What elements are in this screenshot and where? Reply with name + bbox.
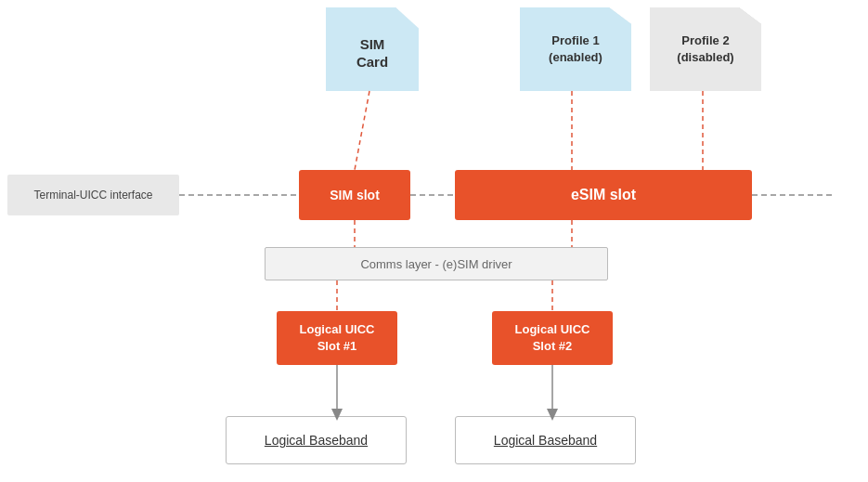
profile1-label: Profile 1(enabled) (549, 33, 602, 66)
logical-uicc-slot2-label: Logical UICCSlot #2 (515, 321, 590, 355)
profile2-box: Profile 2(disabled) (650, 7, 761, 91)
sim-card-label: SIM Card (356, 35, 388, 72)
profile1-box: Profile 1(enabled) (520, 7, 631, 91)
comms-layer-label: Comms layer - (e)SIM driver (360, 257, 512, 271)
diagram: SIM Card Profile 1(enabled) Profile 2(di… (0, 0, 868, 482)
profile2-label: Profile 2(disabled) (677, 33, 733, 66)
logical-uicc-slot1-box: Logical UICCSlot #1 (277, 311, 397, 365)
esim-slot-label: eSIM slot (571, 187, 636, 203)
logical-baseband2-box: Logical Baseband (455, 416, 636, 464)
terminal-box: Terminal-UICC interface (7, 175, 179, 215)
logical-uicc-slot1-label: Logical UICCSlot #1 (300, 321, 375, 355)
esim-slot-box: eSIM slot (455, 170, 752, 220)
logical-baseband2-label: Logical Baseband (494, 433, 597, 448)
sim-slot-label: SIM slot (330, 188, 380, 202)
logical-baseband1-label: Logical Baseband (265, 433, 368, 448)
terminal-label: Terminal-UICC interface (33, 189, 152, 202)
sim-slot-box: SIM slot (299, 170, 410, 220)
comms-layer-box: Comms layer - (e)SIM driver (265, 247, 608, 280)
logical-baseband1-box: Logical Baseband (226, 416, 407, 464)
sim-card-box: SIM Card (326, 7, 419, 91)
logical-uicc-slot2-box: Logical UICCSlot #2 (492, 311, 613, 365)
svg-line-0 (355, 91, 369, 170)
